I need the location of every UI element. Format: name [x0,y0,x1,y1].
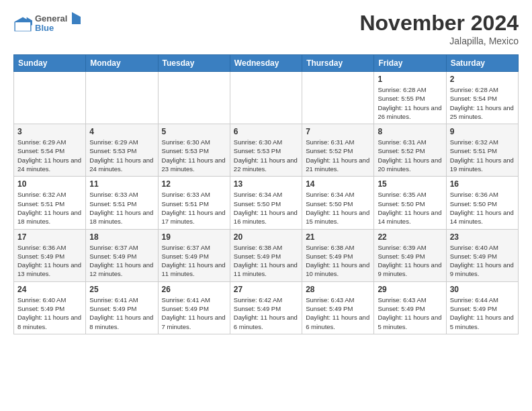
logo-text: General Blue [35,11,82,38]
day-info: Sunrise: 6:36 AM Sunset: 5:49 PM Dayligh… [17,243,82,279]
calendar-cell [86,72,158,124]
day-number: 7 [306,127,370,136]
calendar-cell: 11Sunrise: 6:33 AM Sunset: 5:51 PM Dayli… [86,177,158,229]
calendar-cell: 8Sunrise: 6:31 AM Sunset: 5:52 PM Daylig… [374,124,446,177]
day-info: Sunrise: 6:38 AM Sunset: 5:49 PM Dayligh… [306,243,370,279]
day-info: Sunrise: 6:29 AM Sunset: 5:53 PM Dayligh… [89,138,154,173]
day-number: 9 [450,127,515,136]
calendar-week-0: 1Sunrise: 6:28 AM Sunset: 5:55 PM Daylig… [14,72,519,124]
calendar-cell: 4Sunrise: 6:29 AM Sunset: 5:53 PM Daylig… [86,124,158,177]
calendar-body: 1Sunrise: 6:28 AM Sunset: 5:55 PM Daylig… [14,72,519,334]
day-info: Sunrise: 6:29 AM Sunset: 5:54 PM Dayligh… [17,138,82,173]
day-number: 28 [306,285,370,294]
header-wednesday: Wednesday [230,55,302,72]
day-number: 29 [378,285,442,294]
calendar-cell: 17Sunrise: 6:36 AM Sunset: 5:49 PM Dayli… [14,229,86,281]
day-info: Sunrise: 6:35 AM Sunset: 5:50 PM Dayligh… [378,190,442,226]
calendar-cell: 5Sunrise: 6:30 AM Sunset: 5:53 PM Daylig… [158,124,230,177]
day-number: 24 [17,285,82,294]
calendar-cell: 6Sunrise: 6:30 AM Sunset: 5:53 PM Daylig… [230,124,302,177]
calendar-cell: 24Sunrise: 6:40 AM Sunset: 5:49 PM Dayli… [14,281,86,334]
day-number: 14 [306,179,370,189]
day-number: 4 [89,127,154,136]
day-number: 3 [17,127,82,136]
calendar-cell [302,72,374,124]
calendar-cell: 22Sunrise: 6:39 AM Sunset: 5:49 PM Dayli… [374,229,446,281]
day-number: 17 [17,232,82,242]
day-number: 23 [450,232,515,242]
calendar-cell: 7Sunrise: 6:31 AM Sunset: 5:52 PM Daylig… [302,124,374,177]
calendar-cell: 12Sunrise: 6:33 AM Sunset: 5:51 PM Dayli… [158,177,230,229]
day-info: Sunrise: 6:41 AM Sunset: 5:49 PM Dayligh… [162,295,226,331]
day-info: Sunrise: 6:40 AM Sunset: 5:49 PM Dayligh… [450,243,515,279]
day-number: 26 [162,285,226,294]
calendar-cell: 9Sunrise: 6:32 AM Sunset: 5:51 PM Daylig… [446,124,518,177]
day-number: 1 [378,75,442,84]
day-number: 16 [450,179,515,189]
day-number: 2 [450,75,515,84]
header-friday: Friday [374,55,446,72]
day-info: Sunrise: 6:42 AM Sunset: 5:49 PM Dayligh… [234,295,298,331]
calendar-cell: 1Sunrise: 6:28 AM Sunset: 5:55 PM Daylig… [374,72,446,124]
day-number: 18 [89,232,154,242]
day-info: Sunrise: 6:37 AM Sunset: 5:49 PM Dayligh… [162,243,226,279]
calendar-cell: 3Sunrise: 6:29 AM Sunset: 5:54 PM Daylig… [14,124,86,177]
day-info: Sunrise: 6:32 AM Sunset: 5:51 PM Dayligh… [450,138,515,173]
calendar-cell: 28Sunrise: 6:43 AM Sunset: 5:49 PM Dayli… [302,281,374,334]
day-info: Sunrise: 6:33 AM Sunset: 5:51 PM Dayligh… [89,190,154,226]
day-number: 10 [17,179,82,189]
month-title: November 2024 [359,11,519,36]
day-number: 27 [234,285,298,294]
day-number: 11 [89,179,154,189]
day-info: Sunrise: 6:34 AM Sunset: 5:50 PM Dayligh… [306,190,370,226]
day-number: 25 [89,285,154,294]
calendar-cell: 21Sunrise: 6:38 AM Sunset: 5:49 PM Dayli… [302,229,374,281]
day-info: Sunrise: 6:32 AM Sunset: 5:51 PM Dayligh… [17,190,82,226]
calendar-header: Sunday Monday Tuesday Wednesday Thursday… [14,55,519,72]
day-info: Sunrise: 6:43 AM Sunset: 5:49 PM Dayligh… [306,295,370,331]
svg-text:General: General [35,13,67,24]
header-sunday: Sunday [14,55,86,72]
day-info: Sunrise: 6:31 AM Sunset: 5:52 PM Dayligh… [306,138,370,173]
calendar-cell: 16Sunrise: 6:36 AM Sunset: 5:50 PM Dayli… [446,177,518,229]
calendar-week-1: 3Sunrise: 6:29 AM Sunset: 5:54 PM Daylig… [14,124,519,177]
svg-marker-5 [72,12,81,24]
calendar-cell: 14Sunrise: 6:34 AM Sunset: 5:50 PM Dayli… [302,177,374,229]
calendar-cell [230,72,302,124]
day-info: Sunrise: 6:28 AM Sunset: 5:54 PM Dayligh… [450,85,515,121]
calendar-cell: 26Sunrise: 6:41 AM Sunset: 5:49 PM Dayli… [158,281,230,334]
logo: General Blue [13,11,82,38]
calendar-cell [158,72,230,124]
calendar-cell: 20Sunrise: 6:38 AM Sunset: 5:49 PM Dayli… [230,229,302,281]
day-info: Sunrise: 6:38 AM Sunset: 5:49 PM Dayligh… [234,243,298,279]
location-subtitle: Jalapilla, Mexico [359,36,519,46]
day-info: Sunrise: 6:30 AM Sunset: 5:53 PM Dayligh… [162,138,226,173]
calendar-week-4: 24Sunrise: 6:40 AM Sunset: 5:49 PM Dayli… [14,281,519,334]
calendar-cell: 15Sunrise: 6:35 AM Sunset: 5:50 PM Dayli… [374,177,446,229]
header-tuesday: Tuesday [158,55,230,72]
page-header: General Blue November 2024 Jalapilla, Me… [13,11,519,46]
day-info: Sunrise: 6:39 AM Sunset: 5:49 PM Dayligh… [378,243,442,279]
calendar-cell: 13Sunrise: 6:34 AM Sunset: 5:50 PM Dayli… [230,177,302,229]
header-row: Sunday Monday Tuesday Wednesday Thursday… [14,55,519,72]
logo-icon [13,15,32,34]
header-thursday: Thursday [302,55,374,72]
calendar-cell: 23Sunrise: 6:40 AM Sunset: 5:49 PM Dayli… [446,229,518,281]
day-info: Sunrise: 6:41 AM Sunset: 5:49 PM Dayligh… [89,295,154,331]
day-info: Sunrise: 6:34 AM Sunset: 5:50 PM Dayligh… [234,190,298,226]
day-number: 8 [378,127,442,136]
day-number: 5 [162,127,226,136]
calendar-cell: 27Sunrise: 6:42 AM Sunset: 5:49 PM Dayli… [230,281,302,334]
day-number: 15 [378,179,442,189]
calendar-week-2: 10Sunrise: 6:32 AM Sunset: 5:51 PM Dayli… [14,177,519,229]
header-saturday: Saturday [446,55,518,72]
day-number: 19 [162,232,226,242]
calendar-cell: 19Sunrise: 6:37 AM Sunset: 5:49 PM Dayli… [158,229,230,281]
calendar-cell: 10Sunrise: 6:32 AM Sunset: 5:51 PM Dayli… [14,177,86,229]
day-info: Sunrise: 6:36 AM Sunset: 5:50 PM Dayligh… [450,190,515,226]
day-info: Sunrise: 6:33 AM Sunset: 5:51 PM Dayligh… [162,190,226,226]
calendar-cell: 2Sunrise: 6:28 AM Sunset: 5:54 PM Daylig… [446,72,518,124]
calendar-cell: 29Sunrise: 6:43 AM Sunset: 5:49 PM Dayli… [374,281,446,334]
day-number: 22 [378,232,442,242]
svg-text:Blue: Blue [35,23,54,33]
